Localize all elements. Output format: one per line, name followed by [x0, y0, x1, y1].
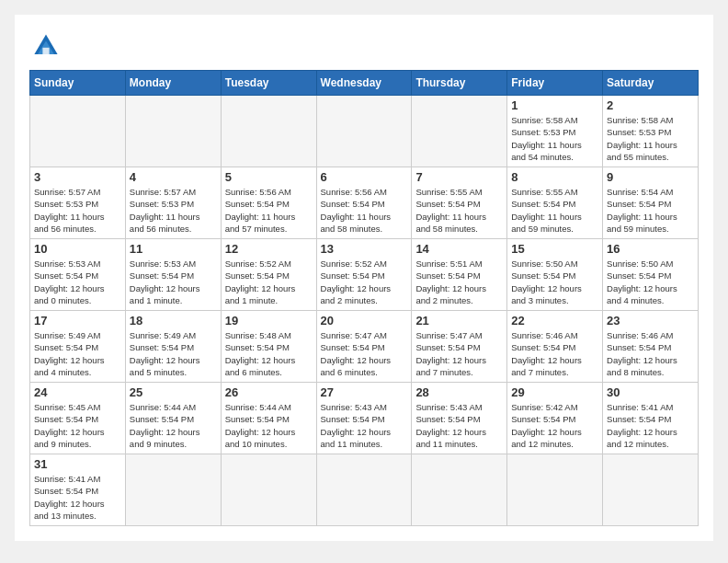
calendar-cell: 1Sunrise: 5:58 AM Sunset: 5:53 PM Daylig… [507, 96, 603, 167]
weekday-header-wednesday: Wednesday [316, 71, 412, 96]
calendar-cell: 5Sunrise: 5:56 AM Sunset: 5:54 PM Daylig… [221, 167, 316, 239]
calendar-cell [412, 96, 507, 167]
calendar-cell [30, 96, 126, 167]
day-number: 8 [511, 170, 598, 184]
day-info: Sunrise: 5:44 AM Sunset: 5:54 PM Dayligh… [225, 401, 313, 450]
day-number: 24 [34, 385, 121, 399]
calendar-cell: 19Sunrise: 5:48 AM Sunset: 5:54 PM Dayli… [221, 311, 316, 383]
svg-rect-2 [42, 48, 49, 54]
day-info: Sunrise: 5:56 AM Sunset: 5:54 PM Dayligh… [321, 186, 408, 235]
weekday-header-thursday: Thursday [412, 71, 507, 96]
calendar-cell [316, 96, 412, 167]
calendar-cell: 25Sunrise: 5:44 AM Sunset: 5:54 PM Dayli… [125, 383, 221, 454]
calendar-week-2: 3Sunrise: 5:57 AM Sunset: 5:53 PM Daylig… [30, 167, 699, 239]
day-number: 29 [511, 385, 598, 399]
weekday-header-monday: Monday [125, 71, 221, 96]
day-number: 11 [130, 242, 217, 256]
logo [29, 29, 66, 63]
day-info: Sunrise: 5:52 AM Sunset: 5:54 PM Dayligh… [321, 258, 408, 306]
calendar-cell [316, 454, 412, 526]
calendar-cell: 6Sunrise: 5:56 AM Sunset: 5:54 PM Daylig… [316, 167, 412, 239]
day-number: 2 [607, 98, 694, 112]
calendar-cell: 11Sunrise: 5:53 AM Sunset: 5:54 PM Dayli… [125, 239, 221, 311]
calendar-cell: 9Sunrise: 5:54 AM Sunset: 5:54 PM Daylig… [603, 167, 699, 239]
day-number: 19 [225, 314, 313, 327]
calendar-cell: 7Sunrise: 5:55 AM Sunset: 5:54 PM Daylig… [412, 167, 507, 239]
day-info: Sunrise: 5:49 AM Sunset: 5:54 PM Dayligh… [34, 329, 121, 378]
calendar-cell: 31Sunrise: 5:41 AM Sunset: 5:54 PM Dayli… [30, 454, 126, 526]
calendar-week-1: 1Sunrise: 5:58 AM Sunset: 5:53 PM Daylig… [30, 96, 699, 167]
day-number: 31 [34, 457, 121, 471]
calendar-cell: 13Sunrise: 5:52 AM Sunset: 5:54 PM Dayli… [316, 239, 412, 311]
day-number: 12 [225, 242, 313, 256]
day-number: 15 [511, 242, 598, 256]
day-info: Sunrise: 5:50 AM Sunset: 5:54 PM Dayligh… [607, 258, 694, 306]
calendar-cell: 4Sunrise: 5:57 AM Sunset: 5:53 PM Daylig… [125, 167, 221, 239]
day-info: Sunrise: 5:57 AM Sunset: 5:53 PM Dayligh… [34, 186, 121, 235]
day-number: 4 [130, 170, 217, 184]
day-number: 23 [607, 314, 694, 327]
day-info: Sunrise: 5:57 AM Sunset: 5:53 PM Dayligh… [130, 186, 217, 235]
calendar-cell: 24Sunrise: 5:45 AM Sunset: 5:54 PM Dayli… [30, 383, 126, 454]
day-info: Sunrise: 5:52 AM Sunset: 5:54 PM Dayligh… [225, 258, 313, 306]
calendar-table: SundayMondayTuesdayWednesdayThursdayFrid… [29, 70, 699, 526]
day-info: Sunrise: 5:58 AM Sunset: 5:53 PM Dayligh… [511, 114, 598, 163]
weekday-header-row: SundayMondayTuesdayWednesdayThursdayFrid… [30, 71, 699, 96]
day-number: 5 [225, 170, 313, 184]
day-info: Sunrise: 5:41 AM Sunset: 5:54 PM Dayligh… [607, 401, 694, 450]
calendar-cell [125, 454, 221, 526]
day-info: Sunrise: 5:43 AM Sunset: 5:54 PM Dayligh… [415, 401, 503, 450]
day-info: Sunrise: 5:55 AM Sunset: 5:54 PM Dayligh… [511, 186, 598, 235]
calendar-cell [221, 96, 316, 167]
calendar-cell [221, 454, 316, 526]
day-info: Sunrise: 5:43 AM Sunset: 5:54 PM Dayligh… [321, 401, 408, 450]
day-info: Sunrise: 5:48 AM Sunset: 5:54 PM Dayligh… [225, 329, 313, 378]
weekday-header-sunday: Sunday [30, 71, 126, 96]
day-number: 14 [415, 242, 503, 256]
calendar-week-5: 24Sunrise: 5:45 AM Sunset: 5:54 PM Dayli… [30, 383, 699, 454]
day-info: Sunrise: 5:53 AM Sunset: 5:54 PM Dayligh… [130, 258, 217, 306]
day-number: 21 [415, 314, 503, 327]
calendar-cell [125, 96, 221, 167]
day-info: Sunrise: 5:47 AM Sunset: 5:54 PM Dayligh… [415, 329, 503, 378]
day-info: Sunrise: 5:54 AM Sunset: 5:54 PM Dayligh… [607, 186, 694, 235]
calendar-cell: 16Sunrise: 5:50 AM Sunset: 5:54 PM Dayli… [603, 239, 699, 311]
day-number: 18 [130, 314, 217, 327]
calendar-week-3: 10Sunrise: 5:53 AM Sunset: 5:54 PM Dayli… [30, 239, 699, 311]
calendar-cell: 8Sunrise: 5:55 AM Sunset: 5:54 PM Daylig… [507, 167, 603, 239]
calendar-cell: 27Sunrise: 5:43 AM Sunset: 5:54 PM Dayli… [316, 383, 412, 454]
day-info: Sunrise: 5:44 AM Sunset: 5:54 PM Dayligh… [130, 401, 217, 450]
day-info: Sunrise: 5:58 AM Sunset: 5:53 PM Dayligh… [607, 114, 694, 163]
calendar-cell: 20Sunrise: 5:47 AM Sunset: 5:54 PM Dayli… [316, 311, 412, 383]
day-info: Sunrise: 5:56 AM Sunset: 5:54 PM Dayligh… [225, 186, 313, 235]
day-number: 17 [34, 314, 121, 327]
calendar-page: SundayMondayTuesdayWednesdayThursdayFrid… [15, 15, 713, 541]
day-number: 28 [415, 385, 503, 399]
day-number: 1 [511, 98, 598, 112]
day-number: 20 [321, 314, 408, 327]
calendar-cell: 2Sunrise: 5:58 AM Sunset: 5:53 PM Daylig… [603, 96, 699, 167]
calendar-cell: 10Sunrise: 5:53 AM Sunset: 5:54 PM Dayli… [30, 239, 126, 311]
calendar-cell: 29Sunrise: 5:42 AM Sunset: 5:54 PM Dayli… [507, 383, 603, 454]
day-number: 3 [34, 170, 121, 184]
calendar-cell: 30Sunrise: 5:41 AM Sunset: 5:54 PM Dayli… [603, 383, 699, 454]
calendar-cell: 17Sunrise: 5:49 AM Sunset: 5:54 PM Dayli… [30, 311, 126, 383]
day-number: 30 [607, 385, 694, 399]
weekday-header-friday: Friday [507, 71, 603, 96]
calendar-cell: 22Sunrise: 5:46 AM Sunset: 5:54 PM Dayli… [507, 311, 603, 383]
day-number: 26 [225, 385, 313, 399]
calendar-cell: 3Sunrise: 5:57 AM Sunset: 5:53 PM Daylig… [30, 167, 126, 239]
day-info: Sunrise: 5:51 AM Sunset: 5:54 PM Dayligh… [415, 258, 503, 306]
day-number: 6 [321, 170, 408, 184]
day-number: 25 [130, 385, 217, 399]
day-number: 16 [607, 242, 694, 256]
calendar-cell: 21Sunrise: 5:47 AM Sunset: 5:54 PM Dayli… [412, 311, 507, 383]
header [29, 29, 699, 63]
calendar-week-6: 31Sunrise: 5:41 AM Sunset: 5:54 PM Dayli… [30, 454, 699, 526]
day-info: Sunrise: 5:46 AM Sunset: 5:54 PM Dayligh… [511, 329, 598, 378]
day-info: Sunrise: 5:45 AM Sunset: 5:54 PM Dayligh… [34, 401, 121, 450]
calendar-cell [412, 454, 507, 526]
day-info: Sunrise: 5:53 AM Sunset: 5:54 PM Dayligh… [34, 258, 121, 306]
calendar-cell [507, 454, 603, 526]
day-info: Sunrise: 5:46 AM Sunset: 5:54 PM Dayligh… [607, 329, 694, 378]
